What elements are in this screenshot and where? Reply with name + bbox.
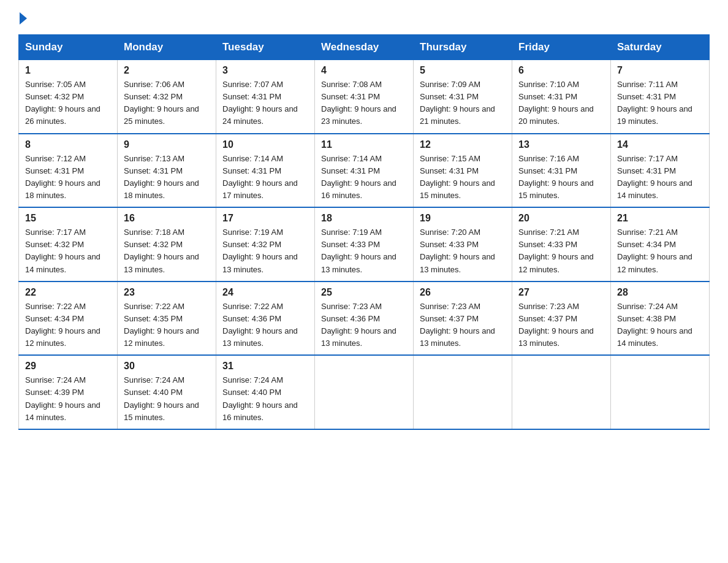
day-info: Sunrise: 7:24 AMSunset: 4:39 PMDaylight:… (25, 375, 100, 421)
calendar-week-row: 15 Sunrise: 7:17 AMSunset: 4:32 PMDaylig… (19, 207, 710, 282)
calendar-day-cell: 18 Sunrise: 7:19 AMSunset: 4:33 PMDaylig… (315, 207, 414, 282)
calendar-day-cell: 5 Sunrise: 7:09 AMSunset: 4:31 PMDayligh… (414, 60, 512, 134)
calendar-day-cell: 9 Sunrise: 7:13 AMSunset: 4:31 PMDayligh… (118, 134, 216, 208)
day-number: 19 (420, 213, 506, 224)
day-info: Sunrise: 7:19 AMSunset: 4:32 PMDaylight:… (222, 228, 298, 274)
day-info: Sunrise: 7:23 AMSunset: 4:37 PMDaylight:… (518, 302, 594, 348)
day-number: 22 (25, 287, 111, 298)
day-info: Sunrise: 7:19 AMSunset: 4:33 PMDaylight:… (321, 228, 396, 274)
calendar-day-cell: 11 Sunrise: 7:14 AMSunset: 4:31 PMDaylig… (315, 134, 414, 208)
calendar-day-cell: 24 Sunrise: 7:22 AMSunset: 4:36 PMDaylig… (216, 282, 315, 356)
calendar-week-row: 29 Sunrise: 7:24 AMSunset: 4:39 PMDaylig… (19, 355, 710, 429)
calendar-day-cell: 13 Sunrise: 7:16 AMSunset: 4:31 PMDaylig… (512, 134, 611, 208)
day-number: 28 (617, 287, 703, 298)
day-number: 6 (518, 65, 604, 76)
calendar-day-cell (414, 355, 512, 429)
calendar-day-cell (512, 355, 611, 429)
day-info: Sunrise: 7:22 AMSunset: 4:35 PMDaylight:… (124, 302, 199, 348)
day-info: Sunrise: 7:15 AMSunset: 4:31 PMDaylight:… (420, 154, 495, 200)
calendar-day-cell: 27 Sunrise: 7:23 AMSunset: 4:37 PMDaylig… (512, 282, 611, 356)
day-number: 9 (124, 139, 210, 150)
day-number: 29 (25, 361, 111, 372)
day-info: Sunrise: 7:24 AMSunset: 4:40 PMDaylight:… (124, 375, 199, 421)
calendar-day-cell: 19 Sunrise: 7:20 AMSunset: 4:33 PMDaylig… (414, 207, 512, 282)
calendar-day-cell: 12 Sunrise: 7:15 AMSunset: 4:31 PMDaylig… (414, 134, 512, 208)
day-number: 26 (420, 287, 506, 298)
calendar-day-cell: 6 Sunrise: 7:10 AMSunset: 4:31 PMDayligh… (512, 60, 611, 134)
calendar-day-cell: 14 Sunrise: 7:17 AMSunset: 4:31 PMDaylig… (611, 134, 710, 208)
calendar-day-cell: 7 Sunrise: 7:11 AMSunset: 4:31 PMDayligh… (611, 60, 710, 134)
day-info: Sunrise: 7:24 AMSunset: 4:38 PMDaylight:… (617, 302, 692, 348)
calendar-day-cell: 30 Sunrise: 7:24 AMSunset: 4:40 PMDaylig… (118, 355, 216, 429)
day-info: Sunrise: 7:09 AMSunset: 4:31 PMDaylight:… (420, 80, 495, 126)
day-number: 12 (420, 139, 506, 150)
day-info: Sunrise: 7:22 AMSunset: 4:36 PMDaylight:… (222, 302, 298, 348)
day-info: Sunrise: 7:18 AMSunset: 4:32 PMDaylight:… (124, 228, 199, 274)
calendar-week-row: 8 Sunrise: 7:12 AMSunset: 4:31 PMDayligh… (19, 134, 710, 208)
day-number: 8 (25, 139, 111, 150)
day-info: Sunrise: 7:24 AMSunset: 4:40 PMDaylight:… (222, 375, 298, 421)
calendar-table: SundayMondayTuesdayWednesdayThursdayFrid… (18, 34, 710, 430)
page-header (18, 12, 710, 25)
day-number: 5 (420, 65, 506, 76)
day-info: Sunrise: 7:17 AMSunset: 4:32 PMDaylight:… (25, 228, 100, 274)
calendar-day-cell: 15 Sunrise: 7:17 AMSunset: 4:32 PMDaylig… (19, 207, 118, 282)
day-number: 23 (124, 287, 210, 298)
calendar-day-cell: 1 Sunrise: 7:05 AMSunset: 4:32 PMDayligh… (19, 60, 118, 134)
day-info: Sunrise: 7:21 AMSunset: 4:33 PMDaylight:… (518, 228, 594, 274)
day-number: 11 (321, 139, 407, 150)
calendar-day-header: Saturday (611, 35, 710, 60)
calendar-day-cell: 26 Sunrise: 7:23 AMSunset: 4:37 PMDaylig… (414, 282, 512, 356)
calendar-day-header: Monday (118, 35, 216, 60)
calendar-header-row: SundayMondayTuesdayWednesdayThursdayFrid… (19, 35, 710, 60)
day-number: 21 (617, 213, 703, 224)
day-info: Sunrise: 7:21 AMSunset: 4:34 PMDaylight:… (617, 228, 692, 274)
logo-arrow-icon (20, 12, 27, 25)
day-info: Sunrise: 7:14 AMSunset: 4:31 PMDaylight:… (222, 154, 298, 200)
day-info: Sunrise: 7:23 AMSunset: 4:36 PMDaylight:… (321, 302, 396, 348)
calendar-day-cell (315, 355, 414, 429)
calendar-day-cell: 3 Sunrise: 7:07 AMSunset: 4:31 PMDayligh… (216, 60, 315, 134)
day-number: 30 (124, 361, 210, 372)
calendar-day-header: Thursday (414, 35, 512, 60)
day-number: 3 (222, 65, 308, 76)
day-number: 20 (518, 213, 604, 224)
calendar-day-header: Sunday (19, 35, 118, 60)
calendar-day-cell: 22 Sunrise: 7:22 AMSunset: 4:34 PMDaylig… (19, 282, 118, 356)
calendar-day-cell: 31 Sunrise: 7:24 AMSunset: 4:40 PMDaylig… (216, 355, 315, 429)
day-info: Sunrise: 7:07 AMSunset: 4:31 PMDaylight:… (222, 80, 298, 126)
day-number: 24 (222, 287, 308, 298)
calendar-day-cell: 8 Sunrise: 7:12 AMSunset: 4:31 PMDayligh… (19, 134, 118, 208)
day-number: 7 (617, 65, 703, 76)
day-number: 1 (25, 65, 111, 76)
day-info: Sunrise: 7:10 AMSunset: 4:31 PMDaylight:… (518, 80, 594, 126)
day-number: 18 (321, 213, 407, 224)
calendar-day-cell: 17 Sunrise: 7:19 AMSunset: 4:32 PMDaylig… (216, 207, 315, 282)
day-info: Sunrise: 7:20 AMSunset: 4:33 PMDaylight:… (420, 228, 495, 274)
calendar-week-row: 22 Sunrise: 7:22 AMSunset: 4:34 PMDaylig… (19, 282, 710, 356)
day-info: Sunrise: 7:23 AMSunset: 4:37 PMDaylight:… (420, 302, 495, 348)
day-info: Sunrise: 7:12 AMSunset: 4:31 PMDaylight:… (25, 154, 100, 200)
day-info: Sunrise: 7:14 AMSunset: 4:31 PMDaylight:… (321, 154, 396, 200)
day-number: 25 (321, 287, 407, 298)
logo (18, 12, 27, 25)
calendar-day-header: Friday (512, 35, 611, 60)
calendar-day-cell: 23 Sunrise: 7:22 AMSunset: 4:35 PMDaylig… (118, 282, 216, 356)
calendar-day-cell: 16 Sunrise: 7:18 AMSunset: 4:32 PMDaylig… (118, 207, 216, 282)
calendar-day-cell: 10 Sunrise: 7:14 AMSunset: 4:31 PMDaylig… (216, 134, 315, 208)
day-number: 13 (518, 139, 604, 150)
day-number: 31 (222, 361, 308, 372)
day-info: Sunrise: 7:05 AMSunset: 4:32 PMDaylight:… (25, 80, 100, 126)
day-number: 2 (124, 65, 210, 76)
calendar-week-row: 1 Sunrise: 7:05 AMSunset: 4:32 PMDayligh… (19, 60, 710, 134)
day-info: Sunrise: 7:13 AMSunset: 4:31 PMDaylight:… (124, 154, 199, 200)
day-number: 27 (518, 287, 604, 298)
calendar-day-cell (611, 355, 710, 429)
calendar-day-cell: 25 Sunrise: 7:23 AMSunset: 4:36 PMDaylig… (315, 282, 414, 356)
calendar-day-cell: 21 Sunrise: 7:21 AMSunset: 4:34 PMDaylig… (611, 207, 710, 282)
day-number: 17 (222, 213, 308, 224)
calendar-day-cell: 4 Sunrise: 7:08 AMSunset: 4:31 PMDayligh… (315, 60, 414, 134)
calendar-day-cell: 29 Sunrise: 7:24 AMSunset: 4:39 PMDaylig… (19, 355, 118, 429)
day-info: Sunrise: 7:06 AMSunset: 4:32 PMDaylight:… (124, 80, 199, 126)
day-number: 4 (321, 65, 407, 76)
